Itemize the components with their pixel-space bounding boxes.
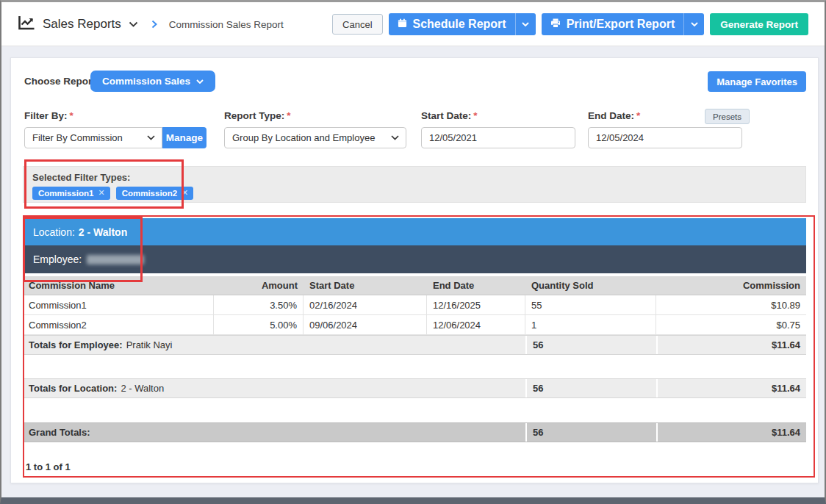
- schedule-report-button[interactable]: Schedule Report: [389, 13, 536, 35]
- report-selector-value: Commission Sales: [102, 76, 190, 87]
- report-type-select[interactable]: Group By Location and Employee: [224, 127, 406, 148]
- chevron-down-icon: [391, 135, 399, 140]
- commission-table: Commission Name Amount Start Date End Da…: [23, 276, 806, 442]
- chevron-down-icon[interactable]: [129, 21, 138, 27]
- remove-chip-icon[interactable]: ✕: [182, 188, 188, 198]
- filter-by-value: Filter By Commission: [32, 132, 123, 143]
- employee-name-redacted: [87, 255, 144, 264]
- filter-by-label: Filter By:*: [24, 110, 73, 121]
- schedule-report-main[interactable]: Schedule Report: [389, 13, 515, 35]
- chip-label: Commission1: [38, 189, 93, 198]
- report-type-value: Group By Location and Employee: [232, 132, 375, 143]
- table-row: Commission2 5.00% 09/06/2024 12/06/2024 …: [23, 315, 806, 335]
- top-navigation-bar: Sales Reports Commission Sales Report Ca…: [1, 2, 825, 46]
- end-date-field: [588, 127, 742, 148]
- breadcrumb-separator-icon: [151, 20, 157, 29]
- chip-label: Commission2: [122, 189, 177, 198]
- col-end-date: End Date: [427, 276, 525, 295]
- manage-favorites-button[interactable]: Manage Favorites: [708, 71, 806, 92]
- location-value: 2 - Walton: [79, 226, 127, 238]
- print-export-label: Print/Export Report: [567, 18, 675, 31]
- col-commission-name: Commission Name: [23, 276, 214, 295]
- calendar-icon: [398, 18, 407, 31]
- remove-chip-icon[interactable]: ✕: [98, 188, 104, 198]
- totals-location-row: Totals for Location:2 - Walton 56 $11.64: [23, 378, 806, 398]
- end-date-input[interactable]: [596, 132, 734, 143]
- print-export-report-button[interactable]: Print/Export Report: [542, 13, 705, 35]
- grand-totals-row: Grand Totals: 56 $11.64: [23, 422, 806, 442]
- col-amount: Amount: [214, 276, 304, 295]
- chevron-down-icon: [147, 135, 155, 140]
- start-date-label: Start Date:*: [421, 110, 478, 121]
- print-export-main[interactable]: Print/Export Report: [542, 13, 684, 35]
- breadcrumb-current: Commission Sales Report: [169, 19, 284, 30]
- report-selector-button[interactable]: Commission Sales: [90, 71, 215, 92]
- start-date-input[interactable]: [429, 132, 567, 143]
- printer-icon: [550, 18, 561, 31]
- line-chart-icon: [18, 15, 35, 34]
- report-card: Choose Report Commission Sales Manage Fa…: [10, 57, 819, 483]
- selected-filter-types-label: Selected Filter Types:: [32, 172, 130, 183]
- start-date-field: [421, 127, 575, 148]
- schedule-report-dropdown-toggle[interactable]: [515, 13, 536, 35]
- app-window: Sales Reports Commission Sales Report Ca…: [0, 0, 826, 504]
- manage-filter-button[interactable]: Manage: [162, 127, 206, 148]
- col-commission: Commission: [656, 276, 806, 295]
- end-date-label: End Date:*: [588, 110, 640, 121]
- report-type-label: Report Type:*: [224, 110, 291, 121]
- col-start-date: Start Date: [304, 276, 427, 295]
- print-export-dropdown-toggle[interactable]: [683, 13, 704, 35]
- totals-employee-row: Totals for Employee:Pratik Nayi 56 $11.6…: [23, 335, 806, 355]
- pagination-summary: 1 to 1 of 1: [26, 461, 71, 472]
- generate-report-button[interactable]: Generate Report: [710, 13, 808, 35]
- location-group-header: Location: 2 - Walton: [23, 218, 806, 245]
- selected-filter-types-bar: Selected Filter Types: Commission1 ✕ Com…: [23, 166, 806, 203]
- table-header-row: Commission Name Amount Start Date End Da…: [23, 276, 806, 295]
- employee-group-header: Employee:: [23, 245, 806, 273]
- location-label: Location:: [33, 226, 75, 238]
- nav-title[interactable]: Sales Reports: [43, 17, 121, 32]
- filter-chips: Commission1 ✕ Commission2 ✕: [32, 187, 193, 200]
- breadcrumb: Sales Reports Commission Sales Report: [18, 2, 284, 46]
- filter-by-select[interactable]: Filter By Commission: [24, 127, 162, 148]
- spacer-row: [23, 398, 806, 422]
- spacer-row: [23, 355, 806, 378]
- topbar-actions: Cancel Schedule Report Print/Ex: [332, 2, 808, 46]
- schedule-report-label: Schedule Report: [413, 18, 506, 31]
- filter-chip-commission2[interactable]: Commission2 ✕: [116, 187, 194, 200]
- filter-chip-commission1[interactable]: Commission1 ✕: [32, 187, 110, 200]
- choose-report-label: Choose Report: [24, 76, 96, 87]
- table-row: Commission1 3.50% 02/16/2024 12/16/2025 …: [23, 295, 806, 315]
- employee-label: Employee:: [33, 253, 82, 265]
- presets-button[interactable]: Presets: [705, 109, 750, 124]
- cancel-button[interactable]: Cancel: [332, 14, 382, 35]
- chevron-down-icon: [196, 79, 204, 84]
- col-quantity-sold: Quantity Sold: [525, 276, 656, 295]
